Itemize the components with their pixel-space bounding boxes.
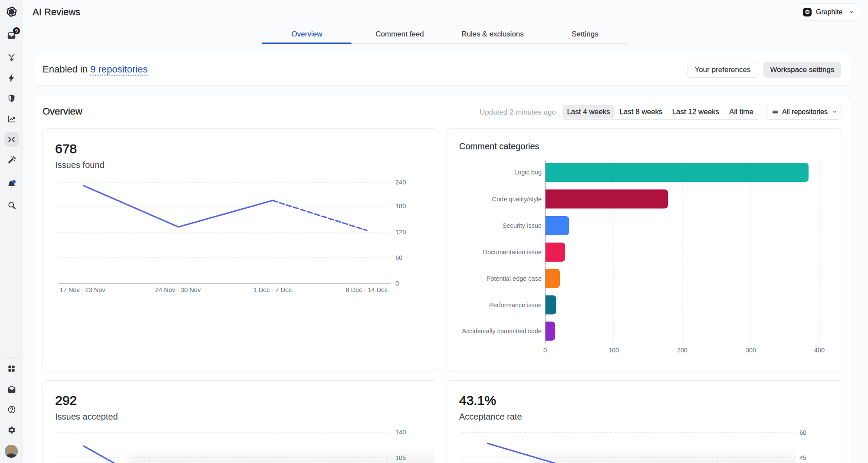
svg-text:Potential edge case: Potential edge case xyxy=(487,275,542,282)
svg-text:Code quality/style: Code quality/style xyxy=(492,196,542,203)
svg-text:200: 200 xyxy=(677,347,687,354)
svg-text:Accidentally committed code: Accidentally committed code xyxy=(462,328,542,335)
svg-text:0: 0 xyxy=(543,347,547,354)
svg-text:24 Nov - 30 Nov: 24 Nov - 30 Nov xyxy=(155,286,201,293)
svg-text:60: 60 xyxy=(395,254,402,261)
svg-text:17 Nov - 23 Nov: 17 Nov - 23 Nov xyxy=(60,286,106,293)
svg-text:400: 400 xyxy=(814,347,825,354)
svg-text:1 Dec - 7 Dec: 1 Dec - 7 Dec xyxy=(253,286,292,293)
svg-text:300: 300 xyxy=(746,347,756,354)
svg-text:60: 60 xyxy=(799,429,806,436)
svg-text:Performance issue: Performance issue xyxy=(489,302,542,309)
svg-text:100: 100 xyxy=(608,347,619,354)
svg-text:Documentation issue: Documentation issue xyxy=(483,249,542,256)
svg-text:120: 120 xyxy=(395,229,406,236)
svg-text:140: 140 xyxy=(395,429,406,436)
svg-text:45: 45 xyxy=(799,454,806,461)
svg-text:Security issue: Security issue xyxy=(503,222,542,229)
svg-text:Logic bug: Logic bug xyxy=(514,169,542,176)
svg-text:240: 240 xyxy=(395,179,406,186)
svg-text:8 Dec - 14 Dec: 8 Dec - 14 Dec xyxy=(346,286,388,293)
svg-text:0: 0 xyxy=(395,280,399,287)
svg-text:180: 180 xyxy=(395,203,406,210)
